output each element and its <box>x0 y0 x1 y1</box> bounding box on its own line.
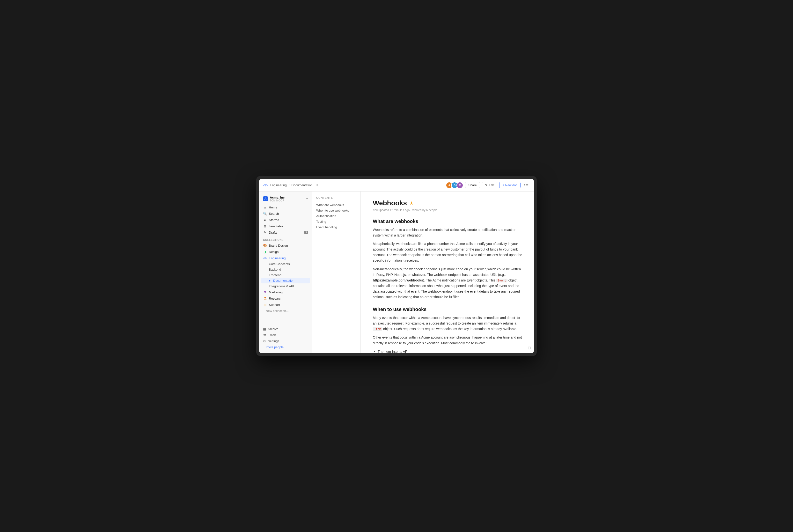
sidebar-item-settings[interactable]: ⚙ Settings <box>261 338 310 344</box>
doc-para-2: Metaphorically, webhooks are like a phon… <box>373 241 522 263</box>
toc-item-testing[interactable]: Testing <box>316 219 356 224</box>
doc-para-3: Non-metaphorically, the webhook endpoint… <box>373 266 522 300</box>
doc-para-5: Other events that occur within a Acme ac… <box>373 335 522 346</box>
collection-design[interactable]: ◑ Design <box>261 249 310 255</box>
sidebar-item-trash[interactable]: 🗑 Trash <box>261 332 310 338</box>
doc-title: Webhooks <box>373 199 407 207</box>
drafts-badge: 3 <box>304 231 308 234</box>
sidebar-item-templates[interactable]: ⊞ Templates <box>261 223 310 229</box>
toc-item-authentication[interactable]: Authentication <box>316 213 356 219</box>
sub-item-documentation[interactable]: ▶ Documentation <box>261 278 310 283</box>
trash-label: Trash <box>268 333 276 337</box>
collection-research[interactable]: ⚗ Research <box>261 295 310 302</box>
workspace-header: A Acme, Inc TOM MOOR ▼ <box>259 194 312 203</box>
doc-para-4: Many events that occur within a Acme acc… <box>373 315 522 332</box>
toc-item-what-are-webhooks[interactable]: What are webhooks <box>316 202 356 208</box>
core-concepts-label: Core Concepts <box>269 262 290 266</box>
app-window: </> Engineering / Documentation ≡ A B C … <box>259 179 534 353</box>
doc-list: The Item Intents API Notifications of ev… <box>378 349 522 353</box>
new-doc-button[interactable]: + New doc <box>499 182 521 188</box>
breadcrumb: </> Engineering / Documentation ≡ <box>263 183 443 187</box>
settings-icon: ⚙ <box>263 339 266 343</box>
marketing-icon: ⚑ <box>263 290 267 294</box>
doc-star-icon[interactable]: ★ <box>409 200 414 206</box>
invite-people-button[interactable]: + Invite people... <box>261 344 310 350</box>
sidebar-item-archive[interactable]: ▦ Archive <box>261 326 310 332</box>
nav-section: ⌂ Home 🔍 Search ★ Starred ⊞ Templates <box>259 204 312 235</box>
toc-item-event-handling[interactable]: Event handling <box>316 224 356 230</box>
engineering-code-icon: </> <box>263 256 267 260</box>
trash-icon: 🗑 <box>263 333 266 337</box>
body: A Acme, Inc TOM MOOR ▼ ⌂ Home <box>259 191 534 353</box>
event-link[interactable]: Event <box>467 278 476 282</box>
sidebar-bottom: ▦ Archive 🗑 Trash ⚙ Settings + Invite pe… <box>259 324 312 350</box>
drafts-label: Drafts <box>269 231 302 234</box>
word-count-icon: ⊟ <box>528 345 531 350</box>
workspace-dropdown-icon: ▼ <box>306 197 308 200</box>
url-bold: https://example.com/webhooks <box>373 278 423 282</box>
sidebar-item-starred[interactable]: ★ Starred <box>261 217 310 223</box>
sidebar: A Acme, Inc TOM MOOR ▼ ⌂ Home <box>259 191 312 353</box>
support-icon: ◎ <box>263 303 267 307</box>
collection-marketing[interactable]: ⚑ Marketing <box>261 289 310 295</box>
toc-item-when-to-use[interactable]: When to use webhooks <box>316 208 356 213</box>
marketing-label: Marketing <box>269 290 283 294</box>
collection-engineering[interactable]: </> Engineering ⊟ ••• <box>261 255 310 261</box>
edit-button[interactable]: ✎ Edit <box>482 182 497 188</box>
starred-label: Starred <box>269 218 308 222</box>
templates-label: Templates <box>269 224 308 228</box>
doc-main-wrapper: Webhooks ★ You updated 12 minutes ago · … <box>361 191 534 353</box>
sub-item-integrations[interactable]: Integrations & API <box>261 283 310 289</box>
header: </> Engineering / Documentation ≡ A B C … <box>259 179 534 191</box>
share-button[interactable]: Share <box>465 182 480 188</box>
brand-design-icon: 🎨 <box>263 244 267 247</box>
sidebar-item-home[interactable]: ⌂ Home <box>261 204 310 210</box>
sub-item-core-concepts[interactable]: Core Concepts <box>261 261 310 267</box>
item-intents-link[interactable]: Item Intents API <box>384 350 408 353</box>
new-collection-label: + New collection... <box>263 309 289 313</box>
home-label: Home <box>269 206 308 209</box>
archive-label: Archive <box>268 327 278 331</box>
integrations-label: Integrations & API <box>269 284 294 288</box>
documentation-label: Documentation <box>273 279 294 282</box>
doc-meta: You updated 12 minutes ago · Viewed by 6… <box>373 208 522 212</box>
table-of-contents: CONTENTS What are webhooks When to use w… <box>312 191 361 353</box>
invite-label: + Invite people... <box>263 345 286 349</box>
doc-main: Webhooks ★ You updated 12 minutes ago · … <box>361 191 534 353</box>
design-label: Design <box>269 250 278 254</box>
new-collection-button[interactable]: + New collection... <box>261 308 310 314</box>
window-wrapper: </> Engineering / Documentation ≡ A B C … <box>256 176 537 356</box>
create-item-link[interactable]: create an item <box>462 321 483 325</box>
archive-icon: ▦ <box>263 327 266 331</box>
design-icon: ◑ <box>263 250 267 254</box>
more-options-button[interactable]: ••• <box>522 182 530 189</box>
collection-support[interactable]: ◎ Support <box>261 302 310 308</box>
toc-title: CONTENTS <box>316 196 356 199</box>
content-area: CONTENTS What are webhooks When to use w… <box>312 191 534 353</box>
workspace-user: TOM MOOR <box>270 199 285 202</box>
avatar-3: C <box>457 182 463 189</box>
header-actions: A B C Share ✎ Edit + New doc ••• <box>446 182 530 189</box>
documentation-arrow: ▶ <box>269 279 271 282</box>
brand-design-label: Brand Design <box>269 244 288 247</box>
breadcrumb-menu-icon[interactable]: ≡ <box>316 183 318 187</box>
event-code: Event <box>496 279 507 282</box>
section-heading-1: What are webhooks <box>373 218 522 224</box>
breadcrumb-documentation[interactable]: Documentation <box>291 183 312 187</box>
sidebar-item-drafts[interactable]: ✎ Drafts 3 <box>261 229 310 235</box>
workspace-selector[interactable]: A Acme, Inc TOM MOOR ▼ <box>261 194 310 203</box>
sub-item-frontend[interactable]: Frontend <box>261 272 310 278</box>
templates-icon: ⊞ <box>263 224 267 228</box>
doc-para-1: Webhooks refers to a combination of elem… <box>373 227 522 238</box>
search-icon: 🔍 <box>263 212 267 215</box>
engineering-icon: </> <box>263 183 268 187</box>
breadcrumb-engineering[interactable]: Engineering <box>270 183 287 187</box>
doc-title-row: Webhooks ★ <box>373 199 522 207</box>
breadcrumb-sep-1: / <box>289 183 290 187</box>
collection-brand-design[interactable]: 🎨 Brand Design <box>261 242 310 249</box>
sub-item-backend[interactable]: Backend <box>261 267 310 272</box>
workspace-name: Acme, Inc <box>270 196 285 199</box>
home-icon: ⌂ <box>263 205 267 209</box>
sidebar-item-search[interactable]: 🔍 Search <box>261 210 310 217</box>
collaborator-avatars: A B C <box>446 182 463 189</box>
